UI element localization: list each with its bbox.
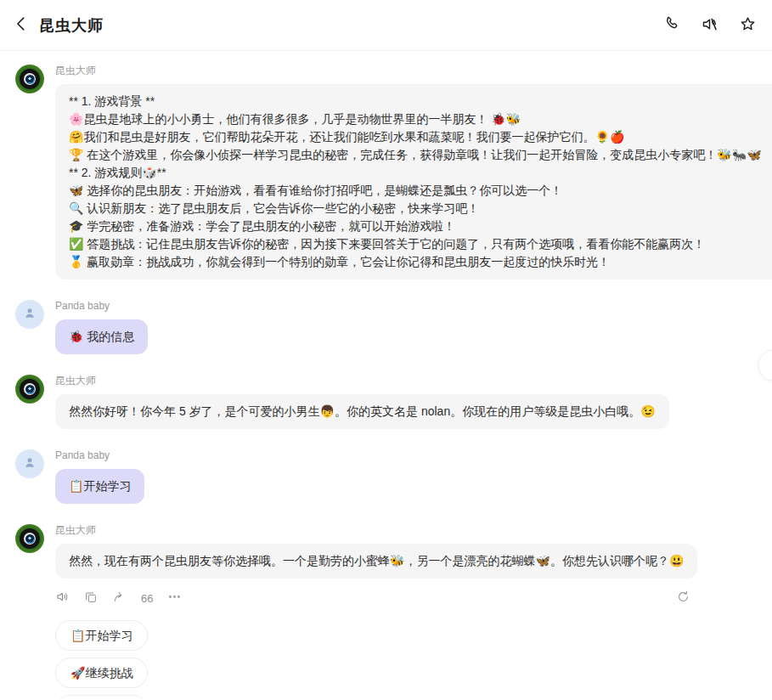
ellipsis-icon [167, 590, 182, 607]
message-bot-intro: 昆虫大师 ** 1. 游戏背景 ** 🌸昆虫是地球上的小小勇士，他们有很多很多，… [15, 65, 772, 279]
copy-icon [84, 590, 98, 607]
speaker-icon [55, 590, 70, 607]
sender-name: Panda baby [55, 300, 772, 312]
chat-area: 昆虫大师 ** 1. 游戏背景 ** 🌸昆虫是地球上的小小勇士，他们有很多很多，… [0, 51, 772, 700]
message-line: 🦋 选择你的昆虫朋友：开始游戏，看看有谁给你打招呼吧，是蝴蝶还是瓢虫？你可以选一… [69, 182, 765, 200]
regenerate-button[interactable] [676, 590, 690, 607]
message-bot-choice: 昆虫大师 然然，现在有两个昆虫朋友等你选择哦。一个是勤劳的小蜜蜂🐝，另一个是漂亮… [15, 524, 772, 700]
suggestion-my-medals[interactable]: 💎我的勋章 [55, 695, 148, 700]
person-icon [22, 454, 37, 473]
share-arrow-icon [112, 590, 127, 607]
sender-name: Panda baby [55, 449, 772, 461]
message-action-bar: 66 [55, 590, 772, 607]
message-count-label: 66 [141, 592, 153, 605]
copy-button[interactable] [84, 590, 98, 607]
more-button[interactable] [167, 590, 182, 607]
message-line: 🤗我们和昆虫是好朋友，它们帮助花朵开花，还让我们能吃到水果和蔬菜呢！我们要一起保… [69, 128, 765, 146]
user-message-bubble: 🐞 我的信息 [55, 319, 148, 354]
sender-name: 昆虫大师 [55, 65, 772, 76]
favorite-button[interactable] [739, 15, 757, 36]
message-line: ✅ 答题挑战：记住昆虫朋友告诉你的秘密，因为接下来要回答关于它的问题了，只有两个… [69, 235, 765, 253]
speaker-muted-icon [701, 15, 718, 36]
message-line: 🌸昆虫是地球上的小小勇士，他们有很多很多，几乎是动物世界里的一半朋友！ 🐞🐝 [69, 110, 765, 128]
message-line: 🏆 在这个游戏里，你会像小侦探一样学习昆虫的秘密，完成任务，获得勋章哦！让我们一… [69, 146, 765, 164]
sender-name: 昆虫大师 [55, 524, 772, 536]
bot-avatar-eye [20, 379, 40, 399]
suggestion-start-learning[interactable]: 📋开始学习 [55, 620, 148, 651]
user-avatar[interactable] [15, 449, 44, 478]
page-title: 昆虫大师 [39, 15, 104, 36]
share-button[interactable] [112, 590, 127, 607]
back-button[interactable] [12, 14, 31, 36]
bot-avatar[interactable] [15, 524, 44, 553]
refresh-icon [676, 590, 690, 607]
message-bot-profile: 昆虫大师 然然你好呀！你今年 5 岁了，是个可爱的小男生👦。你的英文名是 nol… [15, 375, 772, 429]
read-aloud-button[interactable] [55, 590, 70, 607]
suggestion-continue-challenge[interactable]: 🚀继续挑战 [55, 658, 148, 688]
person-icon [22, 305, 37, 324]
star-icon [739, 15, 757, 36]
header-actions [663, 15, 757, 36]
bot-avatar[interactable] [15, 65, 44, 93]
message-line: 🥇 赢取勋章：挑战成功，你就会得到一个特别的勋章，它会让你记得和昆虫朋友一起度过… [69, 253, 765, 271]
user-message-bubble: 📋开始学习 [55, 469, 144, 504]
bot-message-bubble: ** 1. 游戏背景 ** 🌸昆虫是地球上的小小勇士，他们有很多很多，几乎是动物… [55, 84, 772, 279]
message-line: ** 1. 游戏背景 ** [69, 93, 765, 110]
suggestion-buttons: 📋开始学习 🚀继续挑战 💎我的勋章 [55, 620, 772, 700]
message-line: 🎓 学完秘密，准备游戏：学会了昆虫朋友的小秘密，就可以开始游戏啦！ [69, 217, 765, 235]
bot-avatar[interactable] [15, 375, 44, 404]
call-button[interactable] [663, 15, 680, 35]
bot-avatar-eye [20, 69, 40, 89]
user-avatar[interactable] [15, 300, 44, 329]
message-user-start-learning: Panda baby 📋开始学习 [15, 449, 772, 504]
message-line: 🔍 认识新朋友：选了昆虫朋友后，它会告诉你一些它的小秘密，快来学习吧！ [69, 200, 765, 217]
message-line: ** 2. 游戏规则🎲** [69, 164, 765, 182]
sender-name: 昆虫大师 [55, 375, 772, 387]
phone-icon [663, 15, 680, 35]
message-user-my-info: Panda baby 🐞 我的信息 [15, 300, 772, 354]
chat-header: 昆虫大师 [0, 0, 772, 51]
bot-avatar-eye [20, 528, 40, 549]
bot-message-bubble: 然然，现在有两个昆虫朋友等你选择哦。一个是勤劳的小蜜蜂🐝，另一个是漂亮的花蝴蝶🦋… [55, 544, 697, 579]
bot-message-bubble: 然然你好呀！你今年 5 岁了，是个可爱的小男生👦。你的英文名是 nolan。你现… [55, 394, 669, 429]
chevron-left-icon [12, 14, 31, 36]
mute-button[interactable] [701, 15, 718, 36]
